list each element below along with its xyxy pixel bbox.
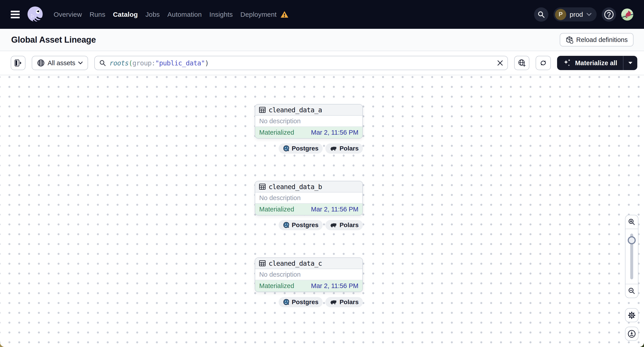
postgres-icon bbox=[283, 145, 290, 152]
polars-icon bbox=[330, 146, 337, 151]
materialization-timestamp[interactable]: Mar 2, 11:56 PM bbox=[311, 206, 358, 213]
asset-tags-row: Postgres Polars bbox=[255, 220, 363, 230]
materialize-all-button[interactable]: Materialize all bbox=[557, 56, 623, 70]
zoom-slider[interactable] bbox=[626, 229, 638, 284]
page-header: Global Asset Lineage Reload definitions bbox=[0, 29, 644, 51]
tag-label: Polars bbox=[340, 299, 359, 306]
tag-postgres[interactable]: Postgres bbox=[279, 297, 323, 307]
menu-icon[interactable] bbox=[11, 11, 20, 18]
asset-tags-row: Postgres Polars bbox=[255, 297, 363, 307]
zoom-slider-handle[interactable] bbox=[628, 236, 636, 244]
asset-status-row: Materialized Mar 2, 11:56 PM bbox=[255, 280, 362, 292]
asset-name: cleaned_data_c bbox=[268, 260, 322, 267]
chevron-down-icon bbox=[586, 13, 592, 16]
deployment-switcher[interactable]: P prod bbox=[554, 7, 597, 21]
tag-label: Postgres bbox=[292, 299, 319, 306]
tag-label: Polars bbox=[340, 222, 359, 229]
nav-item-insights[interactable]: Insights bbox=[210, 11, 233, 18]
top-nav: Overview Runs Catalog Jobs Automation In… bbox=[0, 0, 644, 29]
gear-icon bbox=[628, 311, 636, 319]
lineage-toolbar: All assets roots(group:"public_data") bbox=[0, 51, 644, 75]
sparkles-icon bbox=[563, 58, 572, 67]
asset-scope-label: All assets bbox=[48, 59, 75, 67]
polars-icon bbox=[330, 299, 337, 305]
dagster-logo-icon bbox=[27, 6, 43, 23]
polars-icon bbox=[330, 222, 337, 228]
nav-right-cluster: P prod bbox=[534, 7, 633, 22]
search-icon bbox=[538, 11, 545, 18]
nav-item-runs[interactable]: Runs bbox=[90, 11, 106, 18]
clear-query-button[interactable] bbox=[497, 60, 503, 66]
search-icon bbox=[99, 60, 106, 66]
asset-description: No description bbox=[255, 269, 362, 280]
reload-definitions-icon bbox=[566, 36, 573, 43]
tag-postgres[interactable]: Postgres bbox=[279, 220, 323, 230]
status-badge: Materialized bbox=[259, 129, 294, 136]
graph-settings-button[interactable] bbox=[625, 308, 638, 322]
nav-item-deployment[interactable]: Deployment bbox=[240, 11, 277, 18]
lineage-graph-canvas[interactable]: cleaned_data_a No description Materializ… bbox=[0, 75, 644, 347]
asset-node-header: cleaned_data_c bbox=[255, 258, 362, 269]
tag-polars[interactable]: Polars bbox=[325, 297, 363, 307]
tag-label: Polars bbox=[340, 145, 359, 152]
global-search-button[interactable] bbox=[534, 7, 548, 22]
table-icon bbox=[259, 107, 266, 113]
tag-postgres[interactable]: Postgres bbox=[279, 143, 323, 154]
zoom-in-button[interactable] bbox=[626, 215, 638, 229]
materialize-all-label: Materialize all bbox=[575, 59, 617, 67]
postgres-icon bbox=[283, 222, 290, 228]
tag-polars[interactable]: Polars bbox=[325, 220, 363, 230]
asset-name: cleaned_data_b bbox=[268, 183, 322, 191]
page-title: Global Asset Lineage bbox=[11, 35, 96, 45]
asset-node-header: cleaned_data_b bbox=[255, 181, 362, 192]
asset-node-cleaned_data_b[interactable]: cleaned_data_b No description Materializ… bbox=[255, 181, 363, 216]
zoom-out-button[interactable] bbox=[626, 284, 638, 298]
table-icon bbox=[259, 260, 266, 266]
download-graph-button[interactable] bbox=[625, 327, 638, 341]
status-badge: Materialized bbox=[259, 206, 294, 213]
tag-label: Postgres bbox=[292, 222, 319, 229]
asset-description: No description bbox=[255, 192, 362, 204]
open-panel-button[interactable] bbox=[11, 56, 26, 70]
help-button[interactable] bbox=[602, 7, 616, 22]
chevron-down-icon bbox=[78, 61, 83, 64]
reload-definitions-button[interactable]: Reload definitions bbox=[560, 33, 634, 46]
panel-toggle-icon bbox=[14, 59, 22, 66]
asset-tags-row: Postgres Polars bbox=[255, 143, 363, 154]
materialize-options-button[interactable] bbox=[624, 56, 637, 70]
caret-down-icon bbox=[628, 61, 633, 64]
app-window: Overview Runs Catalog Jobs Automation In… bbox=[0, 0, 644, 347]
asset-scope-dropdown[interactable]: All assets bbox=[32, 56, 88, 70]
zoom-out-icon bbox=[628, 287, 635, 295]
new-catalog-view-button[interactable] bbox=[514, 56, 529, 70]
asset-status-row: Materialized Mar 2, 11:56 PM bbox=[255, 127, 362, 138]
postgres-icon bbox=[283, 299, 290, 306]
help-icon bbox=[604, 9, 614, 19]
nav-item-automation[interactable]: Automation bbox=[167, 11, 202, 18]
user-avatar[interactable] bbox=[621, 8, 633, 20]
asset-node-cleaned_data_c[interactable]: cleaned_data_c No description Materializ… bbox=[255, 258, 363, 292]
nav-links: Overview Runs Catalog Jobs Automation In… bbox=[54, 11, 289, 18]
refresh-button[interactable] bbox=[536, 56, 551, 70]
asset-selection-input[interactable]: roots(group:"public_data") bbox=[94, 56, 508, 70]
globe-plus-icon bbox=[518, 59, 526, 67]
nav-item-jobs[interactable]: Jobs bbox=[146, 11, 160, 18]
materialization-timestamp[interactable]: Mar 2, 11:56 PM bbox=[311, 129, 358, 136]
globe-icon bbox=[37, 59, 45, 67]
status-badge: Materialized bbox=[259, 282, 294, 290]
asset-status-row: Materialized Mar 2, 11:56 PM bbox=[255, 204, 362, 215]
materialize-all-split-button: Materialize all bbox=[557, 56, 637, 70]
materialization-timestamp[interactable]: Mar 2, 11:56 PM bbox=[311, 282, 358, 290]
tag-label: Postgres bbox=[292, 145, 319, 152]
query-text: roots(group:"public_data") bbox=[110, 59, 209, 67]
nav-item-catalog[interactable]: Catalog bbox=[113, 11, 138, 18]
zoom-control-panel bbox=[625, 215, 638, 298]
asset-description: No description bbox=[255, 116, 362, 127]
deployment-warning-icon bbox=[280, 11, 289, 18]
nav-item-overview[interactable]: Overview bbox=[54, 11, 82, 18]
tag-polars[interactable]: Polars bbox=[325, 143, 363, 154]
table-icon bbox=[259, 184, 266, 190]
asset-node-cleaned_data_a[interactable]: cleaned_data_a No description Materializ… bbox=[255, 104, 363, 139]
deployment-initial-badge: P bbox=[555, 9, 566, 20]
deployment-name: prod bbox=[570, 11, 583, 18]
